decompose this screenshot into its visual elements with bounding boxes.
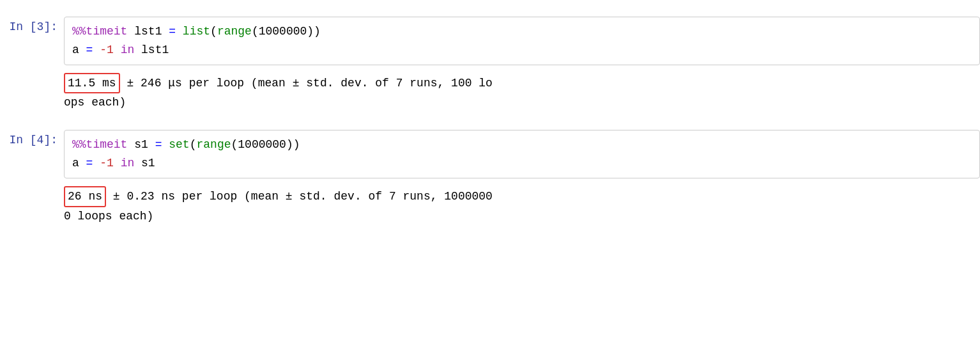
cell-2: In [4]:%%timeit s1 = set(range(1000000))… bbox=[0, 125, 980, 184]
output-line2-2: 0 loops each) bbox=[64, 207, 980, 226]
code-line-1-1: a = -1 in lst1 bbox=[72, 41, 972, 59]
output-line1-2: 26 ns ± 0.23 ns per loop (mean ± std. de… bbox=[64, 186, 980, 207]
cell-separator bbox=[0, 114, 980, 125]
timing-highlight-2: 26 ns bbox=[64, 186, 106, 207]
timing-highlight-1: 11.5 ms bbox=[64, 73, 120, 94]
code-line-1-0: %%timeit lst1 = list(range(1000000)) bbox=[72, 22, 972, 41]
cell-output-1: 11.5 ms ± 246 μs per loop (mean ± std. d… bbox=[0, 70, 980, 115]
output-rest-2: ± 0.23 ns per loop (mean ± std. dev. of … bbox=[106, 190, 493, 203]
cell-output-2: 26 ns ± 0.23 ns per loop (mean ± std. de… bbox=[0, 184, 980, 228]
notebook-container: In [3]:%%timeit lst1 = list(range(100000… bbox=[0, 6, 980, 233]
cell-input-2[interactable]: %%timeit s1 = set(range(1000000))a = -1 … bbox=[64, 130, 980, 178]
code-line-2-1: a = -1 in s1 bbox=[72, 154, 972, 173]
code-line-2-0: %%timeit s1 = set(range(1000000)) bbox=[72, 136, 972, 154]
cell-label-2: In [4]: bbox=[0, 130, 64, 146]
output-line2-1: ops each) bbox=[64, 93, 980, 112]
output-line1-1: 11.5 ms ± 246 μs per loop (mean ± std. d… bbox=[64, 73, 980, 94]
cell-1: In [3]:%%timeit lst1 = list(range(100000… bbox=[0, 12, 980, 70]
cell-input-1[interactable]: %%timeit lst1 = list(range(1000000))a = … bbox=[64, 17, 980, 65]
cell-label-1: In [3]: bbox=[0, 17, 64, 33]
output-rest-1: ± 246 μs per loop (mean ± std. dev. of 7… bbox=[120, 77, 493, 90]
